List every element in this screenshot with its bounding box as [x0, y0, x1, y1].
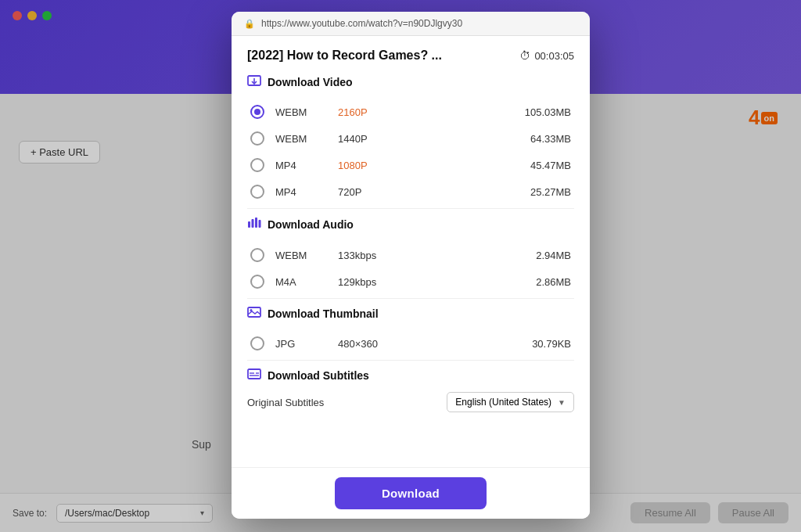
format-size-1080p: 45.47MB	[530, 160, 571, 171]
format-row[interactable]: WEBM 133kbps 2.94MB	[247, 242, 574, 268]
video-download-icon	[247, 75, 261, 89]
format-row[interactable]: JPG 480×360 30.79KB	[247, 330, 574, 357]
duration-badge: ⏱ 00:03:05	[519, 49, 574, 62]
svg-rect-8	[248, 369, 260, 379]
format-size-720p: 25.27MB	[530, 186, 571, 198]
format-quality-129kbps: 129kbps	[338, 276, 400, 288]
format-size-jpg: 30.79KB	[532, 338, 571, 350]
format-quality-133kbps: 133kbps	[338, 250, 400, 261]
format-name-m4a: M4A	[275, 276, 338, 288]
subtitles-section-title: Download Subtitles	[268, 369, 369, 382]
format-row[interactable]: WEBM 2160P 105.03MB	[247, 99, 574, 125]
radio-jpg[interactable]	[250, 336, 264, 350]
thumbnail-download-icon	[247, 307, 261, 321]
clock-icon: ⏱	[519, 49, 530, 62]
video-section-header: Download Video	[247, 75, 574, 89]
format-size-129kbps: 2.86MB	[536, 276, 571, 288]
thumbnail-section-header: Download Thumbnail	[247, 307, 574, 321]
format-row[interactable]: WEBM 1440P 64.33MB	[247, 125, 574, 152]
format-size-1440p: 64.33MB	[530, 133, 571, 145]
subtitles-options-row: Original Subtitles English (United State…	[247, 392, 574, 412]
radio-webm-133kbps[interactable]	[250, 248, 264, 262]
radio-webm-1440p[interactable]	[250, 131, 264, 146]
format-row[interactable]: MP4 1080P 45.47MB	[247, 152, 574, 178]
svg-rect-4	[255, 217, 257, 228]
video-section-title: Download Video	[268, 76, 353, 88]
modal-body[interactable]: [2022] How to Record Games? ... ⏱ 00:03:…	[232, 36, 590, 467]
original-subtitles-label: Original Subtitles	[247, 397, 324, 408]
format-quality-1080p: 1080P	[338, 160, 400, 171]
format-quality-1440p: 1440P	[338, 133, 400, 145]
language-option: English (United States)	[455, 397, 551, 408]
radio-webm-2160p[interactable]	[250, 105, 264, 119]
format-quality-720p: 720P	[338, 186, 400, 198]
divider-2	[247, 298, 574, 299]
duration-text: 00:03:05	[534, 50, 574, 62]
download-button[interactable]: Download	[335, 477, 487, 509]
modal-url-bar: 🔒 https://www.youtube.com/watch?v=n90DJl…	[232, 12, 590, 36]
thumbnail-section-title: Download Thumbnail	[268, 307, 379, 320]
language-select[interactable]: English (United States) ▼	[447, 392, 574, 412]
format-name-mp4-720: MP4	[275, 186, 338, 198]
format-size-133kbps: 2.94MB	[536, 250, 571, 261]
format-name-webm-1440: WEBM	[275, 133, 338, 145]
audio-download-icon	[247, 217, 261, 232]
format-name-mp4-1080: MP4	[275, 160, 338, 171]
subtitles-section-header: Download Subtitles	[247, 368, 574, 383]
divider-3	[247, 360, 574, 361]
divider-1	[247, 208, 574, 209]
audio-section-header: Download Audio	[247, 217, 574, 232]
format-row[interactable]: M4A 129kbps 2.86MB	[247, 268, 574, 295]
video-title: [2022] How to Record Games? ...	[247, 49, 512, 63]
radio-m4a-129kbps[interactable]	[250, 275, 264, 289]
format-row[interactable]: MP4 720P 25.27MB	[247, 178, 574, 205]
format-quality-480x360: 480×360	[338, 338, 400, 350]
radio-mp4-1080p[interactable]	[250, 158, 264, 172]
format-quality-2160p: 2160P	[338, 106, 400, 118]
svg-rect-5	[259, 220, 261, 228]
video-formats-list: WEBM 2160P 105.03MB WEBM 1440P 64.33MB M…	[247, 99, 574, 205]
format-name-webm-2160: WEBM	[275, 106, 338, 118]
lock-icon: 🔒	[244, 19, 255, 29]
subtitles-download-icon	[247, 368, 261, 383]
radio-mp4-720p[interactable]	[250, 185, 264, 199]
svg-rect-3	[252, 219, 254, 228]
format-name-jpg: JPG	[275, 338, 338, 350]
chevron-down-icon: ▼	[558, 398, 566, 407]
thumbnail-formats-list: JPG 480×360 30.79KB	[247, 330, 574, 357]
video-title-row: [2022] How to Record Games? ... ⏱ 00:03:…	[247, 49, 574, 63]
download-modal: 🔒 https://www.youtube.com/watch?v=n90DJl…	[232, 12, 590, 519]
audio-section-title: Download Audio	[268, 218, 354, 231]
svg-rect-2	[248, 221, 250, 228]
modal-footer: Download	[232, 467, 590, 519]
format-name-webm-audio: WEBM	[275, 250, 338, 261]
url-display: https://www.youtube.com/watch?v=n90DJlgv…	[261, 18, 462, 29]
format-size-2160p: 105.03MB	[525, 106, 571, 118]
audio-formats-list: WEBM 133kbps 2.94MB M4A 129kbps 2.86MB	[247, 242, 574, 295]
